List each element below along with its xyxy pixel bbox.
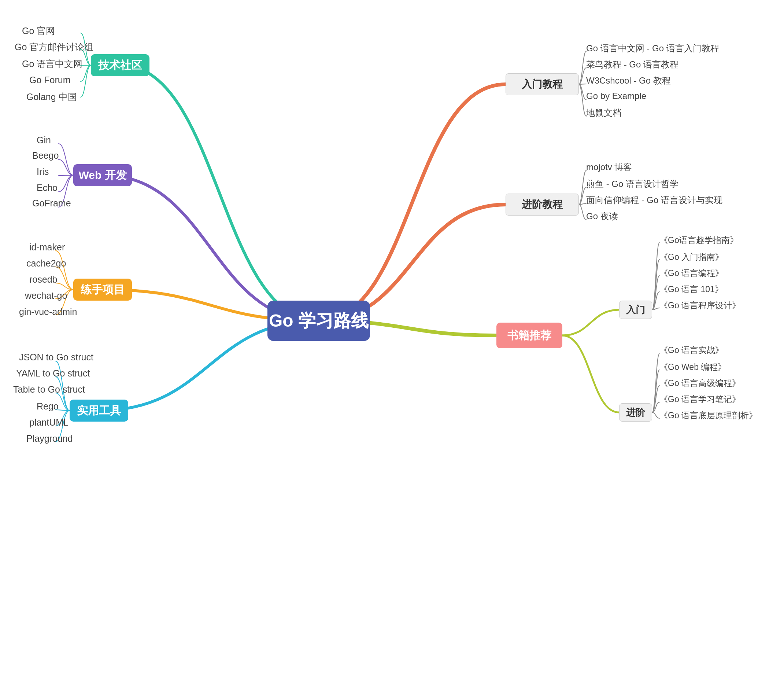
leaf-rumen-3: W3Cshcool - Go 教程: [586, 75, 671, 87]
leaf-rumen-2: 菜鸟教程 - Go 语言教程: [586, 59, 679, 71]
connections-svg: [0, 0, 784, 687]
leaf-web-3: Iris: [37, 166, 49, 177]
branch-lian-label: 练手项目: [80, 282, 125, 297]
leaf-shiyong-5: plantUML: [29, 417, 69, 428]
branch-shiyong-label: 实用工具: [77, 403, 121, 418]
leaf-shiyong-6: Playground: [26, 433, 72, 444]
leaf-web-5: GoFrame: [32, 198, 71, 209]
leaf-book-jinjie-1: 《Go 语言实战》: [659, 345, 723, 356]
leaf-jishu-3: Go 语言中文网: [22, 58, 82, 70]
leaf-rumen-1: Go 语言中文网 - Go 语言入门教程: [586, 43, 719, 54]
leaf-lian-4: wechat-go: [25, 290, 67, 301]
leaf-shiyong-4: Rego: [37, 401, 59, 412]
leaf-lian-5: gin-vue-admin: [19, 306, 77, 317]
leaf-shiyong-3: Table to Go struct: [13, 384, 85, 395]
sub-branch-rumen: 入门: [619, 301, 652, 319]
branch-jinjiao: 进阶教程: [505, 194, 579, 215]
center-label: Go 学习路线: [269, 309, 369, 332]
branch-shiyong: 实用工具: [70, 399, 128, 422]
leaf-jinjiao-1: mojotv 博客: [586, 161, 632, 173]
leaf-rumen-5: 地鼠文档: [586, 107, 622, 119]
sub-branch-jinjie-label: 进阶: [626, 406, 645, 419]
branch-jishu-label: 技术社区: [98, 58, 142, 73]
branch-web-label: Web 开发: [79, 168, 126, 183]
leaf-lian-3: rosedb: [29, 274, 57, 285]
leaf-book-rumen-1: 《Go语言趣学指南》: [659, 235, 738, 246]
leaf-jishu-5: Golang 中国: [26, 91, 77, 103]
branch-shujian: 书籍推荐: [496, 322, 563, 348]
center-node: Go 学习路线: [267, 301, 370, 341]
leaf-book-rumen-2: 《Go 入门指南》: [659, 251, 723, 263]
leaf-book-rumen-5: 《Go 语言程序设计》: [659, 300, 740, 311]
leaf-jishu-1: Go 官网: [22, 25, 55, 37]
leaf-shiyong-2: YAML to Go struct: [16, 368, 90, 379]
leaf-jishu-4: Go Forum: [29, 75, 71, 85]
branch-jishu: 技术社区: [91, 54, 149, 76]
leaf-book-rumen-4: 《Go 语言 101》: [659, 284, 723, 295]
branch-web: Web 开发: [73, 164, 132, 186]
leaf-jishu-2: Go 官方邮件讨论组: [15, 41, 93, 53]
mindmap-container: Go 学习路线 技术社区 Go 官网 Go 官方邮件讨论组 Go 语言中文网 G…: [0, 0, 784, 687]
leaf-jinjiao-2: 煎鱼 - Go 语言设计哲学: [586, 178, 679, 190]
branch-rumen-label: 入门教程: [522, 77, 563, 91]
leaf-book-rumen-3: 《Go 语言编程》: [659, 268, 723, 279]
leaf-rumen-4: Go by Example: [586, 91, 646, 101]
branch-jinjiao-label: 进阶教程: [522, 197, 563, 212]
branch-shujian-label: 书籍推荐: [507, 328, 551, 343]
leaf-jinjiao-4: Go 夜读: [586, 210, 618, 222]
leaf-book-jinjie-4: 《Go 语言学习笔记》: [659, 394, 740, 405]
leaf-shiyong-1: JSON to Go struct: [19, 352, 93, 363]
branch-lian: 练手项目: [73, 279, 132, 301]
leaf-web-2: Beego: [32, 150, 59, 161]
leaf-web-1: Gin: [37, 135, 51, 146]
leaf-lian-1: id-maker: [29, 242, 65, 253]
sub-branch-rumen-label: 入门: [626, 304, 645, 316]
sub-branch-jinjie: 进阶: [619, 403, 652, 422]
leaf-lian-2: cache2go: [26, 258, 66, 269]
leaf-web-4: Echo: [37, 182, 57, 193]
branch-rumen: 入门教程: [505, 73, 579, 95]
leaf-book-jinjie-3: 《Go 语言高级编程》: [659, 378, 740, 389]
leaf-book-jinjie-5: 《Go 语言底层原理剖析》: [659, 410, 757, 421]
leaf-jinjiao-3: 面向信仰编程 - Go 语言设计与实现: [586, 194, 722, 206]
leaf-book-jinjie-2: 《Go Web 编程》: [659, 362, 726, 373]
